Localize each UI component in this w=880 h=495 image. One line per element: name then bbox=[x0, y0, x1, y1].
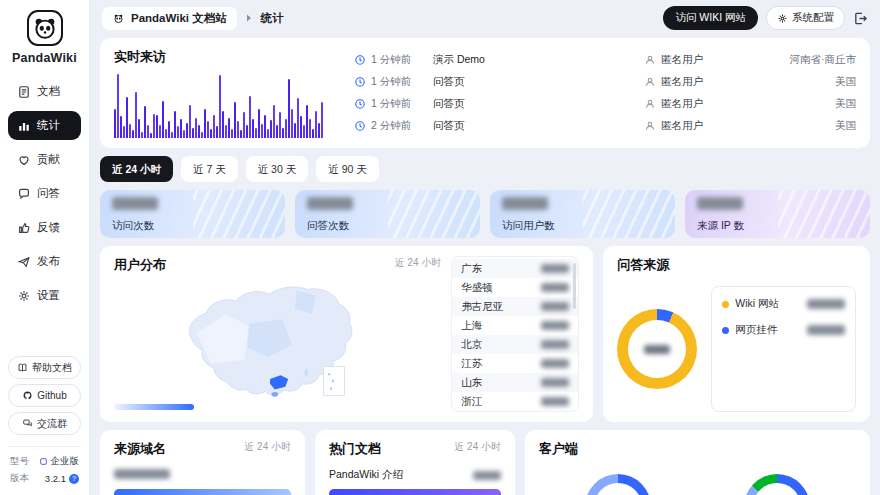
realtime-bar bbox=[276, 125, 278, 138]
visit-page[interactable]: 问答页 bbox=[433, 97, 644, 111]
legend-dot-icon bbox=[722, 301, 729, 308]
sidebar-item-feedback[interactable]: 反馈 bbox=[8, 213, 81, 242]
sidebar-item-contribution[interactable]: 贡献 bbox=[8, 145, 81, 174]
client-donut-chart bbox=[744, 474, 810, 495]
sidebar-item-settings[interactable]: 设置 bbox=[8, 281, 81, 310]
realtime-bar bbox=[318, 123, 320, 138]
github-icon bbox=[22, 390, 33, 401]
breadcrumb-site-chip[interactable]: PandaWiki 文档站 bbox=[102, 7, 237, 30]
breadcrumb-site-label: PandaWiki 文档站 bbox=[131, 11, 227, 26]
realtime-bar bbox=[249, 96, 251, 138]
visit-user: 匿名用户 bbox=[644, 97, 736, 111]
visit-user: 匿名用户 bbox=[644, 53, 736, 67]
source-domains-title: 来源域名 bbox=[114, 440, 166, 458]
realtime-bar bbox=[297, 98, 299, 138]
realtime-row[interactable]: 1 分钟前 问答页 匿名用户 美国 bbox=[354, 71, 856, 92]
stat-value-blurred bbox=[112, 197, 158, 210]
realtime-bar bbox=[135, 92, 137, 138]
visit-page[interactable]: 演示 Demo bbox=[433, 53, 644, 67]
visit-time: 2 分钟前 bbox=[371, 119, 433, 133]
realtime-bar bbox=[219, 75, 221, 138]
stat-label: 来源 IP 数 bbox=[697, 219, 858, 233]
realtime-bar bbox=[189, 105, 191, 138]
user-distribution-card: 用户分布 近 24 小时 bbox=[100, 246, 593, 422]
region-row: 北京 bbox=[452, 335, 578, 354]
realtime-bar bbox=[222, 111, 224, 138]
sidebar-item-docs[interactable]: 文档 bbox=[8, 77, 81, 106]
realtime-row[interactable]: 1 分钟前 问答页 匿名用户 美国 bbox=[354, 94, 856, 115]
system-config-label: 系统配置 bbox=[792, 11, 834, 25]
region-row: 广东 bbox=[452, 259, 578, 278]
visit-page[interactable]: 问答页 bbox=[433, 75, 644, 89]
qa-sources-legend: Wiki 网站 网页挂件 bbox=[711, 286, 856, 412]
stat-card-source-ips: 来源 IP 数 bbox=[685, 190, 870, 238]
realtime-bar bbox=[285, 119, 287, 138]
sidebar-item-release[interactable]: 发布 bbox=[8, 247, 81, 276]
legend-value-blurred bbox=[807, 325, 845, 335]
bar-chart-icon bbox=[17, 119, 31, 133]
region-list-scrollbar[interactable] bbox=[573, 263, 576, 309]
visit-wiki-button[interactable]: 访问 WIKI 网站 bbox=[663, 6, 758, 30]
realtime-bar bbox=[252, 119, 254, 138]
realtime-bar bbox=[123, 126, 125, 138]
domain-bar bbox=[114, 489, 291, 495]
range-note: 近 24 小时 bbox=[454, 440, 501, 454]
sidebar-item-qa[interactable]: 问答 bbox=[8, 179, 81, 208]
app-root: PandaWiki 文档 统计 贡献 bbox=[0, 0, 880, 495]
tab-90d[interactable]: 近 90 天 bbox=[316, 156, 379, 182]
realtime-bar bbox=[165, 129, 167, 138]
realtime-row[interactable]: 2 分钟前 问答页 匿名用户 美国 bbox=[354, 116, 856, 137]
realtime-bar bbox=[186, 123, 188, 138]
realtime-bar bbox=[315, 111, 317, 138]
realtime-bar bbox=[114, 109, 116, 138]
realtime-row[interactable]: 1 分钟前 演示 Demo 匿名用户 河南省·商丘市 bbox=[354, 49, 856, 70]
realtime-bar bbox=[150, 133, 152, 138]
github-button[interactable]: Github bbox=[8, 384, 81, 407]
hot-docs-card: 热门文档 近 24 小时 PandaWiki 介绍 bbox=[315, 430, 515, 495]
map-density-legend bbox=[114, 404, 194, 410]
visit-location: 美国 bbox=[736, 119, 856, 133]
realtime-bar bbox=[129, 124, 131, 138]
tab-7d[interactable]: 近 7 天 bbox=[181, 156, 238, 182]
domain-name-blurred bbox=[114, 469, 170, 479]
visit-user: 匿名用户 bbox=[644, 75, 736, 89]
system-config-button[interactable]: 系统配置 bbox=[766, 6, 845, 30]
edition-label: 型号 bbox=[10, 455, 29, 468]
tab-24h[interactable]: 近 24 小时 bbox=[100, 156, 173, 182]
help-docs-button[interactable]: 帮助文档 bbox=[8, 356, 81, 379]
visit-location: 美国 bbox=[736, 75, 856, 89]
sidebar-item-stats[interactable]: 统计 bbox=[8, 111, 81, 140]
realtime-bar bbox=[204, 109, 206, 138]
version-info-icon[interactable]: ? bbox=[69, 474, 79, 484]
version-label: 版本 bbox=[10, 472, 29, 485]
hot-doc-row[interactable]: PandaWiki 介绍 bbox=[329, 468, 501, 482]
realtime-bar bbox=[312, 129, 314, 138]
china-map[interactable] bbox=[114, 276, 441, 402]
user-distribution-title: 用户分布 bbox=[114, 256, 166, 274]
clock-icon bbox=[354, 76, 366, 88]
region-value-blurred bbox=[541, 321, 569, 330]
clock-icon bbox=[354, 98, 366, 110]
edition-value: 企业版 bbox=[51, 455, 80, 468]
main-area: PandaWiki 文档站 统计 访问 WIKI 网站 系统配置 bbox=[90, 0, 880, 495]
realtime-bar bbox=[198, 125, 200, 138]
realtime-bar bbox=[267, 129, 269, 138]
realtime-bar bbox=[321, 102, 323, 138]
logout-icon[interactable] bbox=[853, 11, 868, 26]
thumbs-up-icon bbox=[17, 221, 31, 235]
region-value-blurred bbox=[541, 283, 569, 292]
topbar: PandaWiki 文档站 统计 访问 WIKI 网站 系统配置 bbox=[90, 0, 880, 36]
legend-item-wiki: Wiki 网站 bbox=[722, 297, 845, 311]
region-value-blurred bbox=[541, 397, 569, 406]
community-button[interactable]: 交流群 bbox=[8, 412, 81, 435]
sidebar-item-label: 问答 bbox=[37, 186, 60, 201]
tab-30d[interactable]: 近 30 天 bbox=[246, 156, 309, 182]
region-value-blurred bbox=[541, 264, 569, 273]
sidebar-item-label: 贡献 bbox=[37, 152, 60, 167]
realtime-bar bbox=[183, 130, 185, 138]
realtime-bar bbox=[237, 121, 239, 138]
visit-page[interactable]: 问答页 bbox=[433, 119, 644, 133]
realtime-title: 实时来访 bbox=[114, 48, 332, 66]
realtime-bar bbox=[288, 79, 290, 138]
realtime-bar bbox=[225, 125, 227, 138]
